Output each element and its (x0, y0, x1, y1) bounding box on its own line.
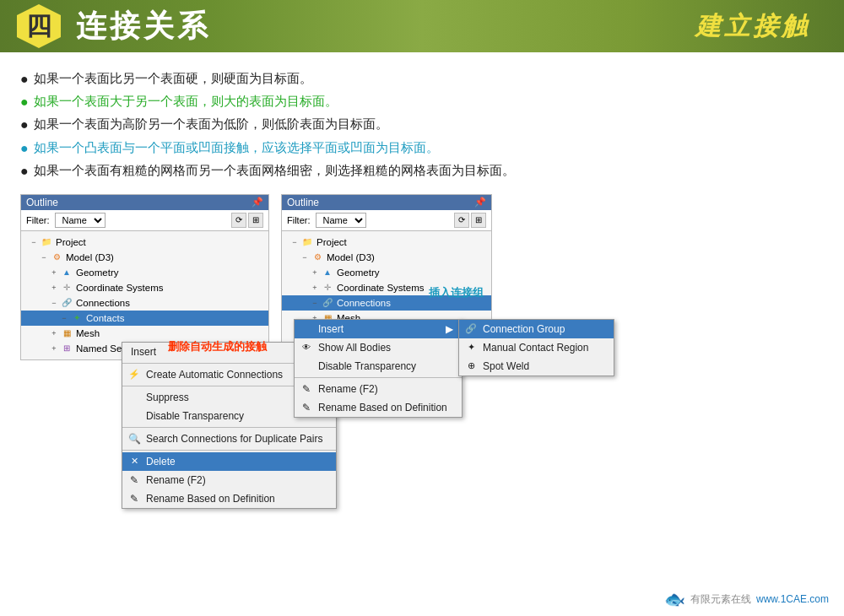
filter-label-right: Filter: (287, 215, 311, 225)
mesh-label-left: Mesh (76, 328, 100, 338)
expand-mesh-left: + (48, 327, 60, 339)
geo-icon-right: ▲ (321, 266, 334, 279)
model-icon-right: ⚙ (311, 251, 324, 264)
bullet-text-1: 如果一个表面比另一个表面硬，则硬面为目标面。 (34, 68, 312, 89)
right-menu-insert[interactable]: Insert ▶ (295, 320, 462, 338)
conn-icon-left: 🔗 (60, 296, 73, 310)
left-panel-filter: Filter: Name ⟳ ⊞ (21, 210, 268, 231)
expand-geo-right: + (309, 267, 321, 278)
search-dup-label: Search Connections for Duplicate Pairs (146, 433, 322, 445)
right-panel-filter: Filter: Name ⟳ ⊞ (282, 210, 491, 231)
contacts-icon-left: ✦ (70, 311, 84, 325)
left-toolbar: ⟳ ⊞ (231, 213, 263, 228)
expand-named-left: + (48, 343, 60, 354)
tree-item-model-left[interactable]: − ⚙ Model (D3) (21, 250, 268, 265)
connection-group-label: Connection Group (483, 323, 565, 335)
expand-model-left: − (38, 251, 50, 263)
tree-item-geo-left[interactable]: + ▲ Geometry (21, 265, 268, 280)
suppress-label: Suppress (146, 392, 189, 403)
disable-trans-left-label: Disable Transparency (146, 410, 244, 422)
menu-sep4 (122, 450, 336, 451)
right-menu-rename-def[interactable]: ✎ Rename Based on Definition (295, 398, 462, 417)
expand-coord-left: + (48, 282, 60, 294)
model-label-left: Model (D3) (66, 252, 114, 262)
conn-label-right: Connections (337, 298, 391, 308)
right-section: Outline 📌 Filter: Name ⟳ ⊞ − (281, 194, 824, 360)
menu-rename-def-left[interactable]: ✎ Rename Based on Definition (122, 489, 336, 508)
left-toolbar-btn2[interactable]: ⊞ (248, 213, 263, 228)
mesh-icon-left: ▦ (60, 327, 73, 340)
submenu-connection-group[interactable]: 🔗 Connection Group (459, 320, 614, 338)
right-menu-disable-trans[interactable]: Disable Transparency (295, 357, 462, 376)
left-panel-titlebar: Outline 📌 (21, 195, 268, 210)
spot-weld-icon: ⊕ (464, 359, 478, 373)
tree-item-connections-left[interactable]: − 🔗 Connections (21, 295, 268, 311)
bullet-text-4: 如果一个凸表面与一个平面或凹面接触，应该选择平面或凹面为目标面。 (34, 137, 439, 159)
conn-icon-right: 🔗 (321, 296, 334, 310)
rename-def-left-label: Rename Based on Definition (146, 493, 275, 505)
contacts-label-left: Contacts (86, 313, 124, 323)
bullet-item-1: ● 如果一个表面比另一个表面硬，则硬面为目标面。 (20, 68, 824, 90)
right-menu-insert-label: Insert (318, 323, 344, 335)
model-icon-left: ⚙ (50, 251, 63, 264)
model-label-right: Model (D3) (327, 252, 375, 262)
filter-dropdown-left[interactable]: Name (55, 213, 106, 228)
bullet-item-3: ● 如果一个表面为高阶另一个表面为低阶，则低阶表面为目标面。 (20, 113, 824, 136)
insert-submenu: 🔗 Connection Group ✦ Manual Contact Regi… (458, 319, 614, 376)
geo-icon-left: ▲ (60, 266, 73, 279)
coord-label-right: Coordinate Systems (337, 283, 425, 293)
coord-icon-left: ✛ (60, 281, 73, 294)
right-menu-show-all[interactable]: 👁 Show All Bodies (295, 338, 462, 357)
left-toolbar-btn1[interactable]: ⟳ (231, 213, 246, 228)
coord-icon-right: ✛ (321, 281, 334, 294)
tree-item-geo-right[interactable]: + ▲ Geometry (282, 265, 491, 280)
left-panel-pin: 📌 (252, 197, 263, 208)
expand-conn-left: − (48, 297, 60, 309)
menu-rename-left[interactable]: ✎ Rename (F2) (122, 471, 336, 489)
bullet-item-2: ● 如果一个表面大于另一个表面，则大的表面为目标面。 (20, 90, 824, 113)
right-toolbar-btn2[interactable]: ⊞ (471, 213, 486, 228)
show-all-label: Show All Bodies (318, 342, 391, 354)
right-sep1 (295, 377, 462, 378)
expand-contacts-left: − (58, 312, 70, 324)
tree-item-coord-left[interactable]: + ✛ Coordinate Systems (21, 280, 268, 295)
menu-search-dup[interactable]: 🔍 Search Connections for Duplicate Pairs (122, 430, 336, 448)
bullet-item-4: ● 如果一个凸表面与一个平面或凹面接触，应该选择平面或凹面为目标面。 (20, 137, 824, 159)
section-number: 四 (17, 4, 61, 48)
rename-def-right-label: Rename Based on Definition (318, 402, 447, 413)
left-annotation: 删除自动生成的接触 (168, 339, 267, 354)
project-icon-right: 📁 (300, 235, 314, 249)
filter-label-left: Filter: (26, 215, 50, 225)
right-menu-rename[interactable]: ✎ Rename (F2) (295, 380, 462, 398)
filter-dropdown-right[interactable]: Name (316, 213, 366, 228)
tree-item-model-right[interactable]: − ⚙ Model (D3) (282, 250, 491, 265)
expand-project-left: − (28, 236, 40, 248)
watermark-link: www.1CAE.com (756, 593, 829, 605)
right-annotation: 插入连接组 (429, 285, 484, 300)
section-subtitle: 建立接触 (695, 9, 810, 44)
menu-insert-label: Insert (131, 346, 156, 358)
menu-delete[interactable]: ✕ Delete (122, 452, 336, 471)
bullet-marker-3: ● (20, 113, 29, 136)
project-label-left: Project (56, 237, 86, 247)
bullet-item-5: ● 如果一个表面有粗糙的网格而另一个表面网格细密，则选择粗糙的网格表面为目标面。 (20, 159, 824, 182)
tree-item-contacts-left[interactable]: − ✦ Contacts (21, 311, 268, 326)
tree-item-project-right[interactable]: − 📁 Project (282, 235, 491, 250)
tree-item-project-left[interactable]: − 📁 Project (21, 235, 268, 250)
submenu-spot-weld[interactable]: ⊕ Spot Weld (459, 357, 614, 376)
create-auto-icon: ⚡ (127, 368, 141, 381)
submenu-manual-contact[interactable]: ✦ Manual Contact Region (459, 338, 614, 357)
bullet-text-3: 如果一个表面为高阶另一个表面为低阶，则低阶表面为目标面。 (34, 113, 388, 135)
bullet-marker-1: ● (20, 68, 29, 90)
rename-left-icon: ✎ (127, 473, 141, 487)
footer: 🐟 有限元素在线 www.1CAE.com (664, 589, 829, 609)
right-panel-titlebar: Outline 📌 (282, 195, 491, 210)
rename-right-label: Rename (F2) (318, 383, 378, 395)
expand-coord-right: + (309, 282, 321, 294)
expand-conn-right: − (309, 297, 321, 309)
project-label-right: Project (316, 237, 347, 247)
spot-weld-label: Spot Weld (483, 360, 529, 372)
named-icon-left: ⊞ (60, 342, 73, 355)
bullet-marker-2: ● (20, 90, 29, 113)
right-toolbar-btn1[interactable]: ⟳ (454, 213, 469, 228)
